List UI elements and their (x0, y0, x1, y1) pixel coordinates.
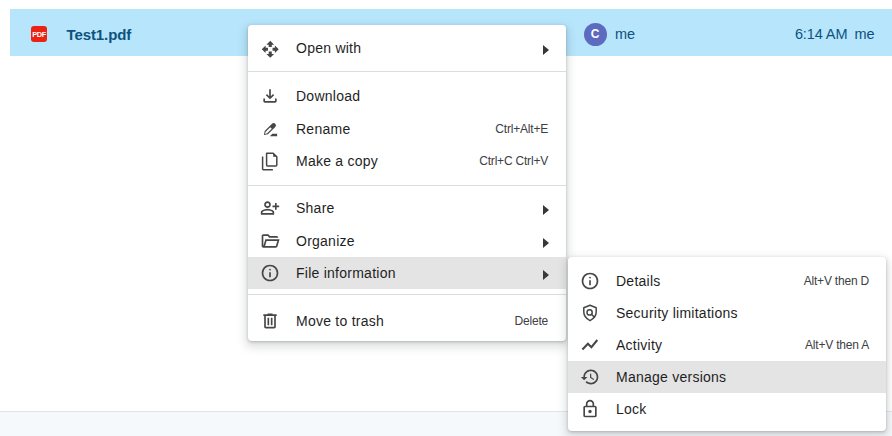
svg-text:PDF: PDF (32, 30, 47, 39)
